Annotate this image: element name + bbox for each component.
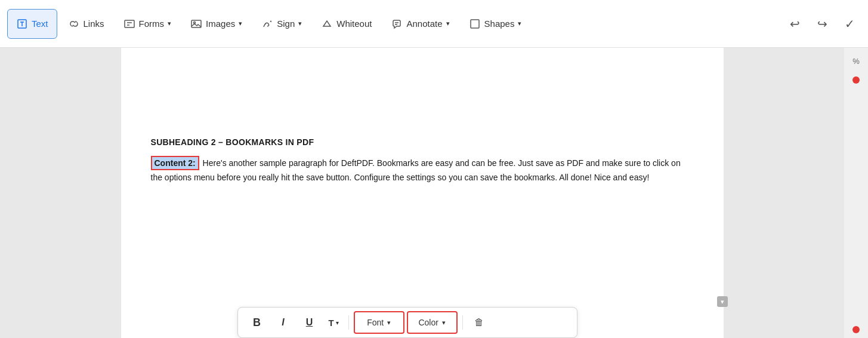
italic-label: I <box>282 317 284 328</box>
images-icon <box>190 18 202 30</box>
pdf-upper-space <box>151 66 694 137</box>
svg-rect-3 <box>125 20 134 27</box>
sign-tool-label: Sign <box>277 19 295 29</box>
scroll-down-button[interactable]: ▾ <box>717 296 728 307</box>
text-tool-icon <box>16 18 28 30</box>
main-area: SUBHEADING 2 – BOOKMARKS IN PDF Content … <box>0 48 868 338</box>
italic-button[interactable]: I <box>271 311 295 334</box>
delete-icon: 🗑 <box>474 317 484 328</box>
font-dropdown-label: Font <box>367 318 384 327</box>
forms-tool-label: Forms <box>139 19 165 29</box>
content-text: Here's another sample paragraph for Deft… <box>151 158 681 182</box>
color-dropdown-button[interactable]: Color ▾ <box>407 311 458 334</box>
delete-button[interactable]: 🗑 <box>468 311 490 334</box>
whiteout-tool-button[interactable]: Whiteout <box>313 9 380 39</box>
svg-rect-10 <box>471 20 479 28</box>
format-toolbar: B I U T ▾ Font ▾ Color <box>237 307 577 338</box>
undo-icon: ↩ <box>790 17 800 31</box>
color-dropdown-label: Color <box>418 318 438 327</box>
links-icon <box>68 18 80 30</box>
more-icon: ✓ <box>845 17 855 31</box>
more-button[interactable]: ✓ <box>838 13 861 35</box>
annotate-chevron-icon: ▾ <box>446 20 450 27</box>
forms-chevron-icon: ▾ <box>168 20 171 27</box>
format-separator-2 <box>462 315 463 330</box>
annotate-tool-label: Annotate <box>406 19 442 29</box>
whiteout-icon <box>321 18 333 30</box>
bold-button[interactable]: B <box>245 311 269 334</box>
sign-tool-button[interactable]: Sign ▾ <box>253 9 310 39</box>
images-tool-label: Images <box>206 19 235 29</box>
format-separator-1 <box>348 315 349 330</box>
zoom-percent-button[interactable]: % <box>847 53 866 69</box>
annotate-tool-button[interactable]: Annotate ▾ <box>382 9 458 39</box>
content-paragraph: Content 2: Here's another sample paragra… <box>151 156 694 185</box>
underline-button[interactable]: U <box>298 311 322 334</box>
redo-button[interactable]: ↪ <box>811 13 833 35</box>
zoom-percent-label: % <box>852 57 860 66</box>
svg-point-7 <box>194 21 196 23</box>
subheading: SUBHEADING 2 – BOOKMARKS IN PDF <box>151 137 694 147</box>
scroll-chevron-down-icon: ▾ <box>721 298 724 306</box>
font-size-button[interactable]: T ▾ <box>324 311 344 334</box>
annotate-icon <box>391 18 403 30</box>
undo-button[interactable]: ↩ <box>783 13 806 35</box>
right-sidebar: % <box>844 48 868 338</box>
links-tool-label: Links <box>84 19 104 29</box>
color-dropdown-chevron-icon: ▾ <box>442 319 446 327</box>
forms-tool-button[interactable]: Forms ▾ <box>115 9 180 39</box>
sign-icon <box>261 18 273 30</box>
images-tool-button[interactable]: Images ▾ <box>182 9 251 39</box>
text-tool-label: Text <box>32 19 48 29</box>
whiteout-tool-label: Whiteout <box>336 19 372 29</box>
redo-icon: ↪ <box>817 17 827 31</box>
links-tool-button[interactable]: Links <box>60 9 113 39</box>
svg-rect-6 <box>191 20 201 27</box>
content-label[interactable]: Content 2: <box>151 156 199 170</box>
shapes-tool-label: Shapes <box>484 19 515 29</box>
font-size-label: T <box>329 318 334 328</box>
pdf-page: SUBHEADING 2 – BOOKMARKS IN PDF Content … <box>121 48 724 338</box>
bold-label: B <box>253 317 261 329</box>
shapes-tool-button[interactable]: Shapes ▾ <box>461 9 530 39</box>
underline-label: U <box>306 317 313 328</box>
zoom-in-button[interactable] <box>852 76 860 84</box>
shapes-icon <box>469 18 481 30</box>
pdf-area: SUBHEADING 2 – BOOKMARKS IN PDF Content … <box>0 48 844 338</box>
font-dropdown-chevron-icon: ▾ <box>387 319 391 327</box>
shapes-chevron-icon: ▾ <box>518 20 521 27</box>
sign-chevron-icon: ▾ <box>298 20 302 27</box>
font-dropdown-button[interactable]: Font ▾ <box>354 311 404 334</box>
forms-icon <box>123 18 135 30</box>
zoom-out-button[interactable] <box>852 326 860 333</box>
main-toolbar: Text Links Forms ▾ <box>0 0 868 48</box>
font-size-arrow-icon: ▾ <box>336 320 339 325</box>
images-chevron-icon: ▾ <box>239 20 242 27</box>
text-tool-button[interactable]: Text <box>7 9 57 39</box>
